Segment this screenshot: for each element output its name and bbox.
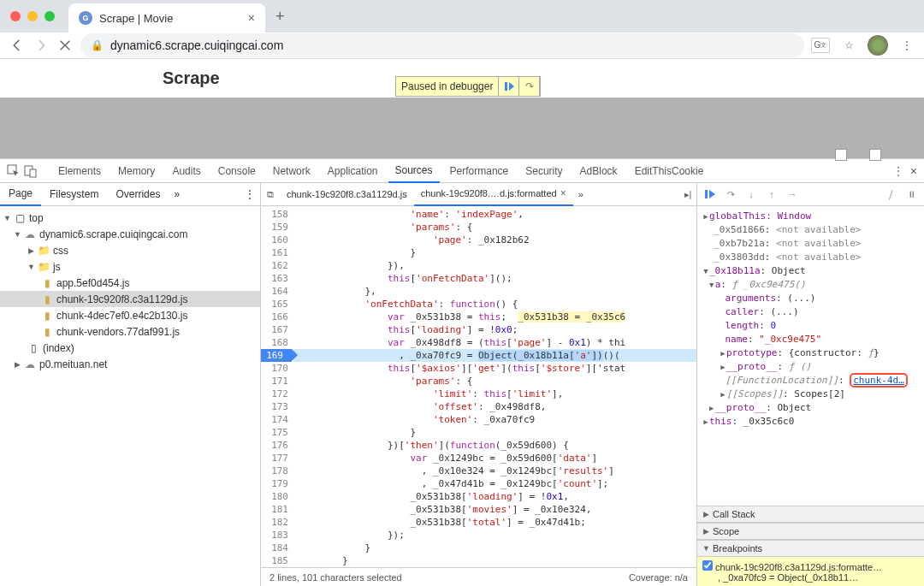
- sidebar-tab-filesystem[interactable]: Filesystem: [41, 183, 107, 206]
- file-tree: ▼▢top ▼☁dynamic6.scrape.cuiqingcai.com ▶…: [0, 206, 260, 376]
- translate-icon[interactable]: G文: [811, 38, 830, 53]
- stop-button[interactable]: [56, 37, 74, 54]
- svg-rect-4: [705, 190, 708, 198]
- tree-top[interactable]: ▼▢top: [0, 210, 260, 226]
- tab-adblock[interactable]: AdBlock: [573, 159, 625, 183]
- tab-memory[interactable]: Memory: [111, 159, 162, 183]
- step-over-button[interactable]: ↷: [723, 186, 738, 202]
- tab-application[interactable]: Application: [321, 159, 385, 183]
- pause-text: Paused in debugger: [401, 80, 493, 92]
- debugger-paused-badge: Paused in debugger ↷: [395, 76, 541, 97]
- function-location-link[interactable]: chunk-4d…: [853, 375, 904, 386]
- url-text: dynamic6.scrape.cuiqingcai.com: [110, 38, 283, 52]
- code-editor: ⧉ chunk-19c920f8.c3a1129d.js chunk-19c92…: [261, 183, 697, 586]
- tab-title: Scrape | Movie: [99, 12, 241, 25]
- debugger-pane: ↷ ↓ ↑ → ⧸ ⏸ ▶globalThis: Window _0x5d186…: [697, 183, 924, 586]
- editor-tabs: ⧉ chunk-19c920f8.c3a1129d.js chunk-19c92…: [261, 183, 696, 206]
- breakpoint-item[interactable]: chunk-19c920f8.c3a1129d.js:formatte… , _…: [697, 557, 924, 586]
- callstack-header[interactable]: ▶Call Stack: [697, 506, 924, 523]
- step-over-button[interactable]: ↷: [519, 77, 540, 96]
- gutter[interactable]: 1581591601611621631641651661671681691701…: [261, 206, 293, 567]
- file-tabs-more[interactable]: »: [573, 189, 589, 199]
- code-content[interactable]: 'name': 'indexPage', 'params': { 'page':…: [293, 206, 696, 567]
- tree-css[interactable]: ▶📁css: [0, 242, 260, 258]
- window-controls: [10, 11, 55, 21]
- resume-button[interactable]: [499, 77, 519, 96]
- tree-js[interactable]: ▼📁js: [0, 258, 260, 275]
- sidebar-menu[interactable]: ⋮: [240, 188, 260, 200]
- tab-editthiscookie[interactable]: EditThisCookie: [628, 159, 711, 183]
- address-bar: 🔒 dynamic6.scrape.cuiqingcai.com G文 ☆ ⋮: [0, 33, 924, 59]
- tree-meituan[interactable]: ▶☁p0.meituan.net: [0, 356, 260, 372]
- devtools-tabbar: Elements Memory Audits Console Network A…: [0, 159, 924, 183]
- tab-network[interactable]: Network: [266, 159, 317, 183]
- lock-icon: 🔒: [91, 39, 104, 51]
- sidebar-tabs-more[interactable]: »: [169, 188, 185, 200]
- file-tab-active[interactable]: chunk-19c920f8.…d.js:formatted×: [414, 183, 573, 206]
- favicon-icon: G: [79, 11, 92, 25]
- page-logo: Scrape: [163, 68, 220, 88]
- page-content: Scrape Paused in debugger ↷: [0, 59, 924, 158]
- devtools-close-button[interactable]: ×: [910, 164, 917, 178]
- inspect-element-button[interactable]: [7, 164, 21, 178]
- tree-file[interactable]: ▮app.5ef0d454.js: [0, 275, 260, 291]
- menu-button[interactable]: ⋮: [898, 37, 915, 54]
- devtools-menu-button[interactable]: ⋮: [890, 163, 907, 180]
- breakpoint-checkbox[interactable]: [702, 560, 713, 571]
- file-nav-toggle[interactable]: ▸|: [679, 186, 696, 203]
- editor-statusbar: 2 lines, 101 characters selected Coverag…: [261, 567, 696, 586]
- tree-index[interactable]: ▯(index): [0, 340, 260, 356]
- close-tab-icon[interactable]: ×: [248, 11, 255, 25]
- titlebar: G Scrape | Movie × +: [0, 0, 924, 33]
- tab-performance[interactable]: Performance: [443, 159, 516, 183]
- file-tab[interactable]: chunk-19c920f8.c3a1129d.js: [280, 183, 414, 206]
- forward-button[interactable]: [33, 37, 50, 54]
- profile-avatar[interactable]: [868, 35, 888, 56]
- browser-tab[interactable]: G Scrape | Movie ×: [68, 3, 265, 33]
- tree-file[interactable]: ▮chunk-vendors.77daf991.js: [0, 323, 260, 340]
- new-tab-button[interactable]: +: [275, 8, 285, 26]
- breakpoints-header[interactable]: ▼Breakpoints: [697, 540, 924, 557]
- placeholder-icon: [869, 149, 881, 161]
- coverage-info: Coverage: n/a: [629, 572, 688, 583]
- step-into-button[interactable]: ↓: [743, 186, 759, 202]
- sidebar-tab-page[interactable]: Page: [0, 183, 41, 206]
- svg-rect-3: [30, 169, 36, 177]
- tab-audits[interactable]: Audits: [165, 159, 207, 183]
- resume-button[interactable]: [702, 186, 718, 202]
- tree-file[interactable]: ▮chunk-4dec7ef0.e4c2b130.js: [0, 307, 260, 323]
- tab-security[interactable]: Security: [518, 159, 569, 183]
- close-file-icon[interactable]: ×: [560, 187, 566, 199]
- pause-exceptions-button[interactable]: ⏸: [903, 186, 919, 202]
- selection-info: 2 lines, 101 characters selected: [270, 572, 402, 583]
- tab-elements[interactable]: Elements: [51, 159, 108, 183]
- back-button[interactable]: [9, 37, 26, 54]
- deactivate-breakpoints-button[interactable]: ⧸: [883, 186, 898, 202]
- step-out-button[interactable]: ↑: [764, 186, 779, 202]
- step-button[interactable]: →: [785, 186, 800, 202]
- sidebar-tab-overrides[interactable]: Overrides: [107, 183, 169, 206]
- bookmark-button[interactable]: ☆: [840, 37, 857, 54]
- tab-console[interactable]: Console: [211, 159, 263, 183]
- close-window-button[interactable]: [10, 11, 21, 21]
- scope-header[interactable]: ▶Scope: [697, 523, 924, 540]
- debugger-toolbar: ↷ ↓ ↑ → ⧸ ⏸: [697, 183, 924, 206]
- file-nav-button[interactable]: ⧉: [261, 186, 280, 203]
- devtools-panel: Elements Memory Audits Console Network A…: [0, 158, 924, 586]
- sources-sidebar: Page Filesystem Overrides » ⋮ ▼▢top ▼☁dy…: [0, 183, 261, 586]
- device-toggle-button[interactable]: [24, 164, 38, 178]
- tab-sources[interactable]: Sources: [388, 159, 440, 183]
- maximize-window-button[interactable]: [44, 11, 55, 21]
- tree-domain[interactable]: ▼☁dynamic6.scrape.cuiqingcai.com: [0, 226, 260, 242]
- url-input[interactable]: 🔒 dynamic6.scrape.cuiqingcai.com: [80, 33, 804, 57]
- scope-variables[interactable]: ▶globalThis: Window _0x5d1866: <not avai…: [697, 206, 924, 506]
- minimize-window-button[interactable]: [27, 11, 38, 21]
- tree-file-selected[interactable]: ▮chunk-19c920f8.c3a1129d.js: [0, 291, 260, 307]
- placeholder-icon: [835, 149, 847, 161]
- svg-rect-0: [505, 82, 507, 91]
